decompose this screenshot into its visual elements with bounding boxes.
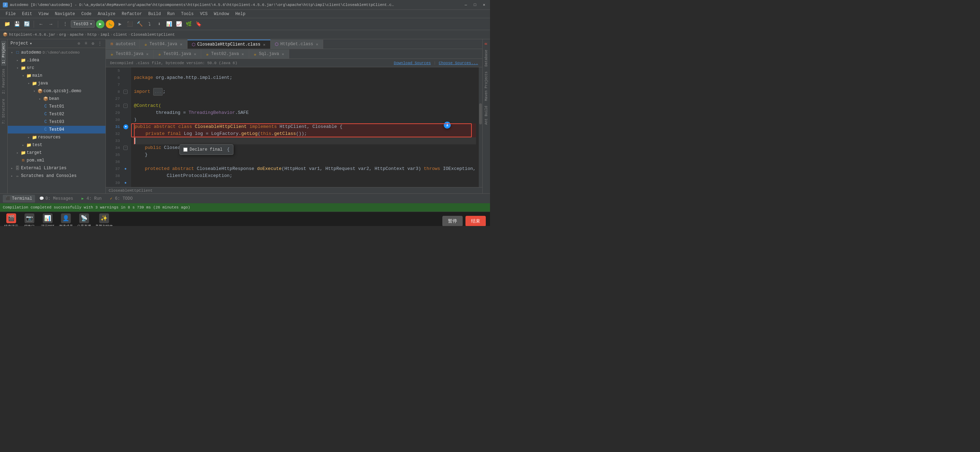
save-btn[interactable]: 💾 bbox=[13, 20, 21, 29]
close-button[interactable]: ✕ bbox=[481, 2, 487, 8]
scrollbar-thumb[interactable] bbox=[479, 103, 482, 124]
tree-item-java[interactable]: ▾ 📁 java bbox=[8, 80, 105, 87]
debug-button[interactable]: 🐛 bbox=[106, 20, 114, 29]
tab-test03-close[interactable]: ✕ bbox=[145, 51, 150, 56]
vertical-scrollbar[interactable] bbox=[479, 67, 482, 187]
build-btn[interactable]: 🔨 bbox=[135, 20, 144, 29]
structure-btn[interactable]: ⋮ bbox=[61, 20, 69, 29]
right-tab-ant[interactable]: Ant Build bbox=[484, 104, 489, 127]
declare-final-tooltip[interactable]: Declare final { bbox=[180, 144, 234, 155]
menu-tools[interactable]: Tools bbox=[178, 11, 197, 17]
menu-run[interactable]: Run bbox=[164, 11, 178, 17]
breadcrumb-jar[interactable]: 📦 httpclient-4.5.6.jar bbox=[3, 32, 56, 37]
tab-terminal[interactable]: ⬛ Terminal bbox=[3, 195, 35, 202]
tree-item-resources[interactable]: ▸ 📁 resources bbox=[8, 134, 105, 141]
tree-item-target[interactable]: ▸ 📁 target bbox=[8, 149, 105, 157]
tab-test01-close[interactable]: ✕ bbox=[192, 51, 197, 56]
tab-sql[interactable]: ☕ Sql.java ✕ bbox=[249, 49, 290, 59]
run-button[interactable]: ▶ bbox=[96, 20, 105, 29]
download-sources-link[interactable]: Download Sources bbox=[394, 61, 431, 65]
menu-vcs[interactable]: VCS bbox=[197, 11, 211, 17]
tree-item-idea[interactable]: ▸ 📁 .idea bbox=[8, 56, 105, 64]
right-tab-redis[interactable]: R bbox=[484, 41, 489, 47]
step-over-btn[interactable]: ⤵ bbox=[145, 20, 154, 29]
tree-item-test01[interactable]: ▸ C Test01 bbox=[8, 103, 105, 110]
profiler-btn[interactable]: 📈 bbox=[175, 20, 183, 29]
tab-autotest[interactable]: m autotest bbox=[106, 40, 140, 49]
back-btn[interactable]: ← bbox=[37, 20, 45, 29]
end-button[interactable]: 结束 bbox=[466, 216, 486, 226]
code-editor[interactable]: 5 6 7 8 27 28 29 30 31 32 33 34 35 36 37… bbox=[106, 67, 482, 187]
tree-item-scratches[interactable]: ▸ ✏ Scratches and Consoles bbox=[8, 172, 105, 180]
step-into-btn[interactable]: ⬇ bbox=[155, 20, 163, 29]
tree-item-ext-libs[interactable]: ▸ 🗄 External Libraries bbox=[8, 164, 105, 172]
action-btn-cut-screen[interactable]: 📷 切换口 bbox=[22, 213, 37, 226]
right-tab-maven[interactable]: Maven Projects bbox=[484, 69, 489, 103]
tab-httpget-close[interactable]: ✕ bbox=[314, 42, 319, 46]
tab-sql-close[interactable]: ✕ bbox=[280, 51, 285, 56]
run-with-coverage-btn[interactable]: ▶ bbox=[116, 20, 124, 29]
menu-build[interactable]: Build bbox=[145, 11, 164, 17]
tab-test03[interactable]: ☕ Test03.java ✕ bbox=[106, 49, 154, 59]
open-folder-btn[interactable]: 📁 bbox=[3, 20, 11, 29]
menu-code[interactable]: Code bbox=[78, 11, 94, 17]
settings-btn[interactable]: ⚙ bbox=[90, 41, 96, 46]
minimize-button[interactable]: — bbox=[463, 2, 469, 8]
coverage-btn[interactable]: 📊 bbox=[165, 20, 173, 29]
tree-item-bean[interactable]: ▸ 📦 bean bbox=[8, 95, 105, 103]
menu-window[interactable]: Window bbox=[211, 11, 232, 17]
sync-btn[interactable]: 🔄 bbox=[22, 20, 31, 29]
more-options-btn[interactable]: ⋮ bbox=[97, 41, 103, 46]
tab-run[interactable]: ▶ 4: Run bbox=[78, 195, 105, 202]
stop-btn[interactable]: ⬛ bbox=[126, 20, 134, 29]
tree-item-test[interactable]: ▸ 📁 test bbox=[8, 141, 105, 149]
pause-button[interactable]: 暂停 bbox=[442, 216, 463, 226]
breadcrumb-http[interactable]: http bbox=[87, 33, 96, 37]
tab-messages[interactable]: 💬 0: Messages bbox=[37, 195, 76, 202]
menu-file[interactable]: File bbox=[3, 11, 19, 17]
sidebar-tab-project[interactable]: 1: Project bbox=[1, 41, 6, 66]
menu-edit[interactable]: Edit bbox=[19, 11, 35, 17]
breadcrumb-impl[interactable]: impl bbox=[100, 33, 109, 37]
tab-test02-close[interactable]: ✕ bbox=[240, 51, 245, 56]
breadcrumb-client[interactable]: client bbox=[113, 33, 127, 37]
tab-test01[interactable]: ☕ Test01.java ✕ bbox=[154, 49, 201, 59]
action-btn-share[interactable]: 📡 分享直播 bbox=[77, 213, 91, 226]
tab-httpget[interactable]: ⬡ HttpGet.class ✕ bbox=[270, 40, 323, 49]
choose-sources-link[interactable]: Choose Sources... bbox=[439, 61, 478, 65]
tree-item-test04[interactable]: ▸ C Test04 bbox=[8, 126, 105, 134]
menu-refactor[interactable]: Refactor bbox=[119, 11, 145, 17]
project-label[interactable]: Project ▾ bbox=[11, 41, 32, 46]
locate-file-btn[interactable]: ⊙ bbox=[76, 41, 82, 46]
tree-item-test02[interactable]: ▸ C Test02 bbox=[8, 110, 105, 118]
breadcrumb-class[interactable]: CloseableHttpClient bbox=[131, 33, 175, 37]
menu-analyze[interactable]: Analyze bbox=[95, 11, 118, 17]
tab-closeablehttpclient[interactable]: ⬡ CloseableHttpClient.class ✕ bbox=[188, 40, 270, 49]
tab-test02[interactable]: ☕ Test02.java ✕ bbox=[201, 49, 249, 59]
maximize-button[interactable]: □ bbox=[472, 2, 478, 8]
sidebar-tab-favorites[interactable]: 2: Favorites bbox=[1, 67, 6, 96]
sidebar-tab-structure[interactable]: 7: Structure bbox=[1, 97, 6, 126]
tree-item-autodemo[interactable]: ▾ □ autodemo D:\demo\autodemo bbox=[8, 49, 105, 56]
action-btn-red-screen[interactable]: 🎬 结束演示 bbox=[4, 213, 18, 226]
collapse-all-btn[interactable]: ≡ bbox=[83, 41, 89, 46]
blue-caret-dot[interactable]: i bbox=[444, 122, 451, 129]
tab-test04[interactable]: ☕ Test04.java ✕ bbox=[140, 40, 188, 49]
action-btn-ppt[interactable]: 📊 演示PPT bbox=[41, 213, 55, 226]
breadcrumb-apache[interactable]: apache bbox=[70, 33, 84, 37]
tooltip-checkbox[interactable] bbox=[183, 148, 188, 152]
tab-todo[interactable]: ✓ 6: TODO bbox=[106, 195, 135, 202]
run-config-selector[interactable]: Test03 ▾ bbox=[71, 20, 95, 28]
tab-test04-close[interactable]: ✕ bbox=[179, 42, 184, 46]
tree-item-test03[interactable]: ▸ C Test03 bbox=[8, 118, 105, 126]
action-btn-invite[interactable]: 👤 邀请成员 bbox=[59, 213, 73, 226]
menu-navigate[interactable]: Navigate bbox=[52, 11, 78, 17]
tree-item-package[interactable]: ▾ 📦 com.qzcsbj.demo bbox=[8, 87, 105, 95]
menu-view[interactable]: View bbox=[36, 11, 51, 17]
breadcrumb-org[interactable]: org bbox=[59, 33, 66, 37]
tree-item-src[interactable]: ▾ 📁 src bbox=[8, 64, 105, 72]
tree-item-pom[interactable]: ▸ m pom.xml bbox=[8, 157, 105, 164]
tree-item-main[interactable]: ▾ 📁 main bbox=[8, 72, 105, 80]
action-btn-beauty[interactable]: ✨ 美颜与特效 bbox=[95, 213, 113, 226]
forward-btn[interactable]: → bbox=[47, 20, 55, 29]
